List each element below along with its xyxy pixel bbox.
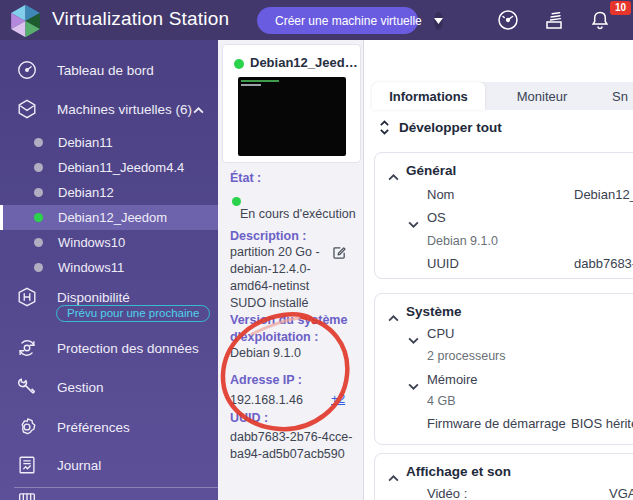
sidebar-vm-windows10[interactable]: Windows10 [0, 230, 218, 255]
uuid-label: UUID [427, 256, 459, 271]
uuid-value: dabb7683-2 [574, 256, 633, 271]
sidebar-vm-windows11[interactable]: Windows11 [0, 255, 218, 280]
sidebar-divider [14, 487, 218, 488]
vm-status-dot [34, 238, 43, 247]
vm-title: Debian12_Jeed… [250, 55, 358, 70]
vm-running-dot [234, 59, 244, 69]
memory-label: Mémoire [427, 372, 478, 387]
uuid-label: UUID : [230, 411, 268, 425]
chevron-down-icon[interactable] [408, 214, 419, 232]
vm-status-dot-running [34, 213, 43, 222]
video-label: Vidéo : [427, 486, 467, 500]
section-system: Système CPU 2 processeurs Mémoire 4 GB F… [374, 293, 633, 445]
section-display-sound: Affichage et son Vidéo : VGA [374, 453, 633, 500]
description-label: Description : [230, 229, 306, 243]
vm-status-dot [34, 263, 43, 272]
vm-status-dot [34, 138, 43, 147]
firmware-value: BIOS hérité [571, 416, 633, 431]
os-version-value: Debian 9.1.0 [230, 345, 301, 362]
cpu-value: 2 processeurs [427, 349, 506, 363]
os-label: OS [427, 210, 446, 225]
page-title: Virtualization Station [52, 8, 229, 30]
os-sub-value: Debian 9.1.0 [427, 234, 498, 248]
availability-coming-soon-badge: Prévu pour une prochaine [56, 305, 210, 322]
sidebar-vm-debian12-jeedom[interactable]: Debian12_Jeedom [0, 205, 218, 230]
video-value: VGA [609, 486, 633, 500]
description-value: partition 20 Go - debian-12.4.0-amd64-ne… [230, 244, 332, 312]
data-protection-icon [16, 337, 38, 359]
sidebar-vm-debian11-jeedom44[interactable]: Debian11_Jeedom4.4 [0, 155, 218, 180]
vm-console-thumbnail[interactable] [238, 77, 346, 156]
sidebar-item-virtual-machines[interactable]: Machines virtuelles (6) [0, 95, 218, 123]
expand-all-button[interactable]: Développer tout [379, 120, 502, 135]
app-header: Virtualization Station Créer une machine… [0, 0, 633, 40]
vm-hexagon-icon [16, 98, 38, 120]
sidebar: Tableau de bord Machines virtuelles (6) … [0, 40, 218, 500]
notification-bell-icon[interactable] [588, 8, 612, 32]
chevron-down-icon [434, 18, 443, 24]
app-logo-icon [8, 3, 43, 39]
chevron-up-icon[interactable] [193, 100, 204, 118]
sidebar-item-management[interactable]: Gestion [0, 373, 218, 401]
state-value: En cours d'exécution [240, 207, 356, 221]
sidebar-vm-debian11[interactable]: Debian11 [0, 130, 218, 155]
sidebar-item-label: Tableau de bord [57, 63, 154, 78]
sidebar-item-journal[interactable]: Journal [0, 451, 218, 479]
uuid-value: dabb7683-2b76-4cce-ba94-ad5b07acb590 [230, 429, 358, 463]
vm-status-dot [34, 188, 43, 197]
sidebar-item-label: Gestion [57, 380, 104, 395]
sidebar-item-label: Disponibilité [57, 290, 130, 305]
gear-icon [16, 416, 38, 438]
journal-icon [16, 454, 38, 476]
background-tasks-icon[interactable] [542, 8, 566, 32]
create-vm-label: Créer une machine virtuelle [275, 14, 422, 28]
console-text-line [241, 80, 279, 82]
sidebar-item-label: Machines virtuelles (6) [57, 102, 192, 117]
sidebar-item-data-protection[interactable]: Protection des données [0, 334, 218, 362]
state-label: État : [230, 171, 261, 185]
running-status-dot [232, 197, 241, 206]
chevron-up-icon[interactable] [388, 468, 399, 486]
sidebar-item-label: Protection des données [57, 341, 199, 356]
expand-all-icon [379, 120, 390, 135]
sidebar-vm-debian12[interactable]: Debian12 [0, 180, 218, 205]
tab-snapshot[interactable]: Sn [612, 82, 633, 110]
vm-detail-panel: Debian12_Jeed… État : En cours d'exécuti… [218, 40, 364, 500]
sidebar-item-label: Préférences [57, 420, 130, 435]
tab-informations[interactable]: Informations [372, 82, 485, 110]
ip-address-label: Adresse IP : [230, 373, 302, 387]
name-label: Nom [427, 187, 454, 202]
section-title[interactable]: Système [406, 304, 462, 319]
firmware-label: Firmware de démarrage [427, 416, 566, 431]
tab-moniteur[interactable]: Moniteur [492, 82, 592, 110]
chevron-down-icon[interactable] [408, 330, 419, 348]
chevron-up-icon[interactable] [388, 167, 399, 185]
main-content: Informations Moniteur Sn Développer tout… [364, 40, 633, 500]
wrench-icon [16, 376, 38, 398]
create-vm-button[interactable]: Créer une machine virtuelle [257, 7, 418, 34]
ip-address-value: 192.168.1.46 [230, 392, 303, 409]
name-value: Debian12_J [574, 187, 633, 202]
sidebar-item-label: Journal [57, 458, 101, 473]
create-vm-dropdown[interactable] [434, 12, 443, 30]
os-version-label: Version du système d'exploitation : [230, 312, 352, 346]
vm-status-dot [34, 163, 43, 172]
console-text-line [241, 84, 261, 86]
section-title[interactable]: Affichage et son [406, 464, 511, 479]
vm-summary-card: Debian12_Jeed… [222, 44, 361, 163]
ip-more-link[interactable]: +2 [331, 392, 345, 406]
section-general: Général Nom Debian12_J OS Debian 9.1.0 U… [374, 152, 633, 279]
sidebar-item-preferences[interactable]: Préférences [0, 413, 218, 441]
notification-count-badge: 10 [610, 1, 631, 15]
sidebar-item-dashboard[interactable]: Tableau de bord [0, 56, 218, 84]
chevron-down-icon[interactable] [408, 376, 419, 394]
tab-strip: Informations Moniteur Sn [372, 82, 633, 110]
clipped-bottom-icon [16, 492, 38, 500]
dashboard-icon [16, 59, 38, 81]
edit-description-icon[interactable] [331, 245, 348, 266]
cpu-label: CPU [427, 326, 454, 341]
section-title[interactable]: Général [406, 163, 456, 178]
resource-monitor-icon[interactable] [496, 8, 520, 32]
chevron-up-icon[interactable] [388, 308, 399, 326]
memory-value: 4 GB [427, 394, 456, 408]
